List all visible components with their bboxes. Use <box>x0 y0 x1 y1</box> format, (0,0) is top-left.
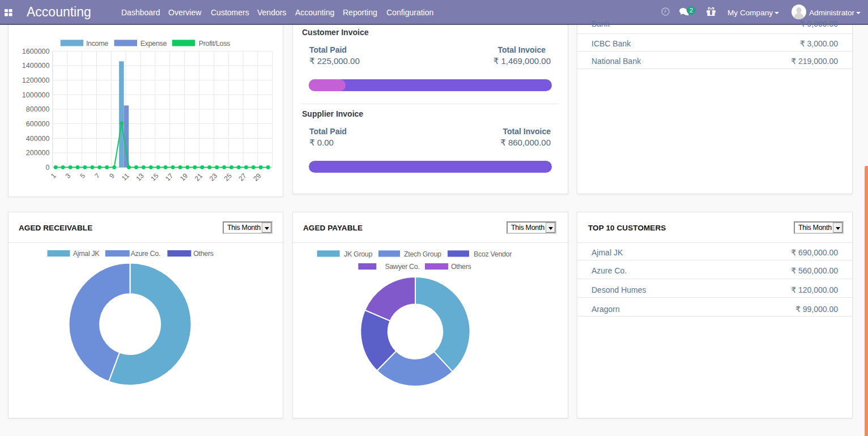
svg-text:Others: Others <box>193 250 214 258</box>
svg-text:1: 1 <box>49 172 58 180</box>
svg-text:800000: 800000 <box>26 105 50 113</box>
svg-text:5: 5 <box>79 172 87 180</box>
svg-text:JK Group: JK Group <box>344 250 372 258</box>
svg-text:0: 0 <box>46 164 50 172</box>
svg-text:400000: 400000 <box>26 135 50 143</box>
svg-text:1000000: 1000000 <box>22 91 50 99</box>
svg-text:11: 11 <box>120 172 131 182</box>
svg-text:17: 17 <box>164 172 175 183</box>
svg-text:13: 13 <box>134 172 146 183</box>
svg-text:1600000: 1600000 <box>22 48 50 55</box>
svg-text:Income: Income <box>86 40 108 48</box>
svg-text:19: 19 <box>178 172 190 183</box>
svg-text:1400000: 1400000 <box>22 62 50 70</box>
svg-text:Ztech Group: Ztech Group <box>404 250 441 258</box>
svg-text:Others: Others <box>451 263 471 271</box>
svg-text:Profit/Loss: Profit/Loss <box>199 40 230 48</box>
svg-text:27: 27 <box>237 172 248 183</box>
svg-text:25: 25 <box>222 172 233 183</box>
svg-text:9: 9 <box>108 172 116 180</box>
svg-text:600000: 600000 <box>26 120 50 128</box>
svg-text:Sawyer Co.: Sawyer Co. <box>385 263 419 271</box>
svg-text:29: 29 <box>252 172 263 183</box>
svg-text:Expense: Expense <box>141 40 167 48</box>
svg-text:200000: 200000 <box>26 149 50 157</box>
svg-text:7: 7 <box>93 172 101 180</box>
svg-text:1200000: 1200000 <box>22 76 50 84</box>
svg-text:21: 21 <box>193 172 205 183</box>
svg-text:Bcoz Vendor: Bcoz Vendor <box>474 250 512 258</box>
svg-text:Azure Co.: Azure Co. <box>131 250 160 258</box>
svg-text:3: 3 <box>64 172 73 180</box>
svg-text:23: 23 <box>208 172 219 183</box>
svg-text:Ajmal JK: Ajmal JK <box>73 250 100 258</box>
svg-text:15: 15 <box>149 172 160 183</box>
